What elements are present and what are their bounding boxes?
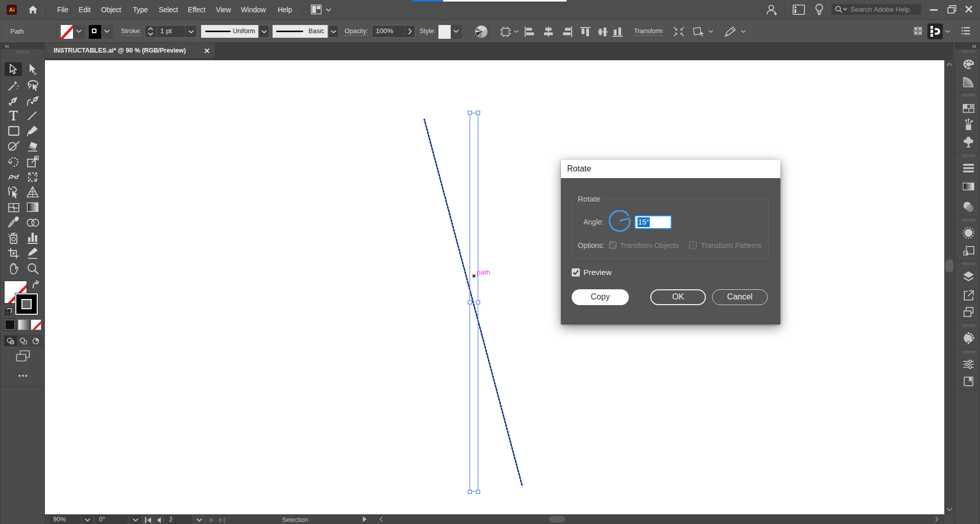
svg-text:path: path [477,268,490,276]
